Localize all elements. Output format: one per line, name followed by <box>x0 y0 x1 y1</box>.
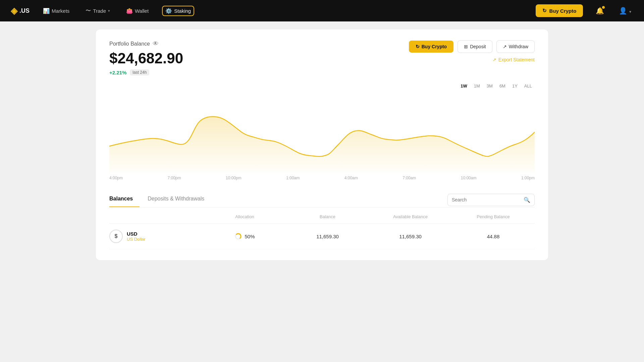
portfolio-balance-label: Portfolio Balance <box>109 41 150 47</box>
portfolio-card: Portfolio Balance 👁 $24,682.90 +2.21% la… <box>96 29 548 260</box>
th-allocation: Allocation <box>203 214 286 219</box>
x-label-3: 1:00am <box>286 176 300 180</box>
wallet-icon: 👛 <box>126 8 133 14</box>
nav-markets[interactable]: 📊 Markets <box>40 6 72 15</box>
navbar: ◈ .US 📊 Markets 〜 Trade ▾ 👛 Wallet ⚙️ St… <box>0 0 644 21</box>
search-icon[interactable]: 🔍 <box>524 197 530 203</box>
x-label-7: 1:00pm <box>521 176 535 180</box>
time-range-1y[interactable]: 1Y <box>509 82 520 90</box>
time-range-3m[interactable]: 3M <box>484 82 495 90</box>
chart-area <box>109 117 535 173</box>
portfolio-balance: $24,682.90 <box>109 50 183 67</box>
nav-wallet[interactable]: 👛 Wallet <box>123 6 151 15</box>
table-row: $ USD US Dollar 50% 11,659.30 11,659.30 <box>109 224 535 249</box>
chart-time-range: 1W 1M 3M 6M 1Y ALL <box>109 82 535 90</box>
visibility-toggle-icon[interactable]: 👁 <box>153 40 159 47</box>
deposit-button[interactable]: ⊞ Deposit <box>458 40 492 53</box>
usd-icon: $ <box>109 230 123 243</box>
notification-dot <box>602 6 605 9</box>
portfolio-right: ↻ Buy Crypto ⊞ Deposit ↗ Withdraw ↗ Expo… <box>409 40 535 62</box>
portfolio-change-pct: +2.21% <box>109 70 126 75</box>
deposit-icon: ⊞ <box>464 44 468 49</box>
search-input[interactable] <box>452 197 521 202</box>
time-range-6m[interactable]: 6M <box>497 82 508 90</box>
balance-cell: 11,659.30 <box>286 234 369 239</box>
export-icon: ↗ <box>492 57 496 62</box>
th-balance: Balance <box>286 214 369 219</box>
pending-balance-value: 44.88 <box>487 234 500 239</box>
chart-svg <box>109 93 535 173</box>
buy-crypto-nav-icon: ↻ <box>542 8 547 14</box>
portfolio-change: +2.21% last 24h <box>109 69 183 75</box>
nav-staking[interactable]: ⚙️ Staking <box>162 6 194 16</box>
allocation-arc-svg <box>234 233 242 240</box>
trade-dropdown-icon: ▾ <box>108 9 110 13</box>
logo-icon: ◈ <box>11 6 17 16</box>
table-header: Allocation Balance Available Balance Pen… <box>109 210 535 224</box>
portfolio-label-row: Portfolio Balance 👁 <box>109 40 183 47</box>
export-statement-link[interactable]: ↗ Export Statement <box>492 57 535 62</box>
notifications-button[interactable]: 🔔 <box>594 5 606 17</box>
portfolio-left: Portfolio Balance 👁 $24,682.90 +2.21% la… <box>109 40 183 75</box>
th-pending-balance: Pending Balance <box>452 214 535 219</box>
tab-balances[interactable]: Balances <box>109 192 140 207</box>
trade-icon: 〜 <box>86 7 91 14</box>
portfolio-header: Portfolio Balance 👁 $24,682.90 +2.21% la… <box>109 40 535 75</box>
th-asset <box>109 214 203 219</box>
allocation-cell: 50% <box>203 233 286 240</box>
x-label-0: 4:00pm <box>109 176 123 180</box>
allocation-pct: 50% <box>245 234 255 239</box>
available-balance-value: 11,659.30 <box>399 234 422 239</box>
logo-text: .US <box>19 7 30 14</box>
buy-crypto-button[interactable]: ↻ Buy Crypto <box>409 41 453 53</box>
tabs: Balances Deposits & Withdrawals <box>109 192 219 207</box>
tabs-row: Balances Deposits & Withdrawals 🔍 <box>109 192 535 207</box>
pending-balance-cell: 44.88 <box>452 234 535 239</box>
logo[interactable]: ◈ .US <box>11 6 30 16</box>
search-box: 🔍 <box>447 194 535 206</box>
user-icon: 👤 <box>619 7 627 14</box>
asset-cell: $ USD US Dollar <box>109 230 203 243</box>
withdraw-icon: ↗ <box>503 44 507 49</box>
staking-icon: ⚙️ <box>165 8 172 14</box>
navbar-buy-crypto-button[interactable]: ↻ Buy Crypto <box>536 4 583 17</box>
main-content: Portfolio Balance 👁 $24,682.90 +2.21% la… <box>91 21 553 268</box>
th-available-balance: Available Balance <box>369 214 452 219</box>
account-chevron-icon: ▾ <box>629 9 631 14</box>
markets-icon: 📊 <box>43 8 50 14</box>
action-buttons: ↻ Buy Crypto ⊞ Deposit ↗ Withdraw <box>409 40 535 53</box>
chart-x-labels: 4:00pm 7:00pm 10:00pm 1:00am 4:00am 7:00… <box>109 173 535 183</box>
time-range-1m[interactable]: 1M <box>471 82 483 90</box>
withdraw-button[interactable]: ↗ Withdraw <box>496 40 535 53</box>
asset-symbol: USD <box>127 231 146 237</box>
available-balance-cell: 11,659.30 <box>369 234 452 239</box>
portfolio-chart <box>109 93 535 173</box>
buy-crypto-icon: ↻ <box>416 44 420 49</box>
x-label-2: 10:00pm <box>226 176 241 180</box>
asset-name: US Dollar <box>127 237 146 242</box>
nav-trade[interactable]: 〜 Trade ▾ <box>83 6 113 16</box>
x-label-4: 4:00am <box>344 176 358 180</box>
x-label-1: 7:00pm <box>168 176 181 180</box>
tab-deposits-withdrawals[interactable]: Deposits & Withdrawals <box>148 192 211 207</box>
time-range-all[interactable]: ALL <box>522 82 535 90</box>
user-account-button[interactable]: 👤 ▾ <box>617 5 633 17</box>
asset-info: USD US Dollar <box>127 231 146 242</box>
portfolio-change-period: last 24h <box>130 69 149 75</box>
balance-value: 11,659.30 <box>316 234 339 239</box>
x-label-6: 10:00am <box>461 176 477 180</box>
time-range-1w[interactable]: 1W <box>458 82 470 90</box>
x-label-5: 7:00am <box>402 176 416 180</box>
